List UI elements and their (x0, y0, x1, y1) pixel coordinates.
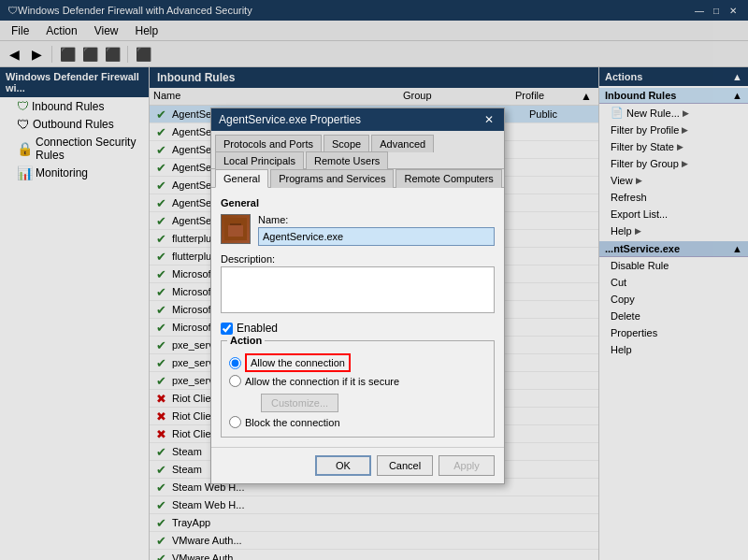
customize-button[interactable]: Customize... (261, 394, 338, 412)
allow-connection-row: Allow the connection (229, 353, 486, 372)
tab-remote-computers[interactable]: Remote Computers (396, 169, 501, 188)
general-section-title: General (221, 197, 495, 208)
allow-radio[interactable] (229, 357, 241, 369)
tab-protocols-ports[interactable]: Protocols and Ports (215, 135, 322, 152)
dialog-content: General Name: Description: En (211, 188, 504, 447)
general-icon (221, 214, 251, 244)
allow-secure-radio[interactable] (229, 375, 241, 387)
dialog-overlay: AgentService.exe Properties ✕ Protocols … (0, 0, 748, 560)
dialog-title-bar: AgentService.exe Properties ✕ (211, 108, 504, 131)
dialog-tabs: Protocols and Ports Scope Advanced Local… (211, 131, 504, 169)
svg-rect-1 (228, 225, 243, 237)
allow-highlight-box: Allow the connection (245, 353, 351, 372)
enabled-checkbox[interactable] (221, 323, 233, 335)
apply-button[interactable]: Apply (439, 455, 495, 476)
tab-scope[interactable]: Scope (324, 135, 369, 152)
svg-rect-2 (230, 223, 241, 225)
tab-general[interactable]: General (215, 169, 268, 188)
properties-dialog: AgentService.exe Properties ✕ Protocols … (210, 108, 505, 484)
dialog-close-button[interactable]: ✕ (482, 112, 496, 127)
customize-btn-wrapper: Customize... (246, 390, 486, 412)
allow-label: Allow the connection (251, 357, 345, 368)
name-input[interactable] (258, 227, 495, 246)
dialog-title-text: AgentService.exe Properties (219, 113, 361, 126)
dialog-tabs-row2: General Programs and Services Remote Com… (211, 169, 504, 188)
allow-secure-label: Allow the connection if it is secure (245, 376, 399, 387)
description-label: Description: (221, 253, 495, 265)
general-section: Name: (221, 214, 495, 246)
tab-local-principals[interactable]: Local Principals (215, 151, 304, 169)
enabled-label: Enabled (237, 322, 278, 335)
name-field-group: Name: (258, 214, 495, 246)
ok-button[interactable]: OK (315, 455, 371, 476)
block-radio[interactable] (229, 416, 241, 428)
block-label: Block the connection (245, 417, 340, 428)
tab-programs-services[interactable]: Programs and Services (270, 169, 394, 188)
tab-remote-users[interactable]: Remote Users (306, 151, 388, 169)
action-section-title: Action (227, 335, 265, 346)
action-section-box: Action Allow the connection Allow the co… (221, 340, 495, 438)
allow-secure-row: Allow the connection if it is secure (229, 375, 486, 387)
name-label: Name: (258, 214, 495, 225)
block-row: Block the connection (229, 416, 486, 428)
enabled-checkbox-row: Enabled (221, 322, 495, 335)
dialog-buttons: OK Cancel Apply (211, 447, 504, 483)
tab-advanced[interactable]: Advanced (371, 135, 434, 152)
cancel-button[interactable]: Cancel (377, 455, 433, 476)
description-textarea[interactable] (221, 266, 495, 313)
